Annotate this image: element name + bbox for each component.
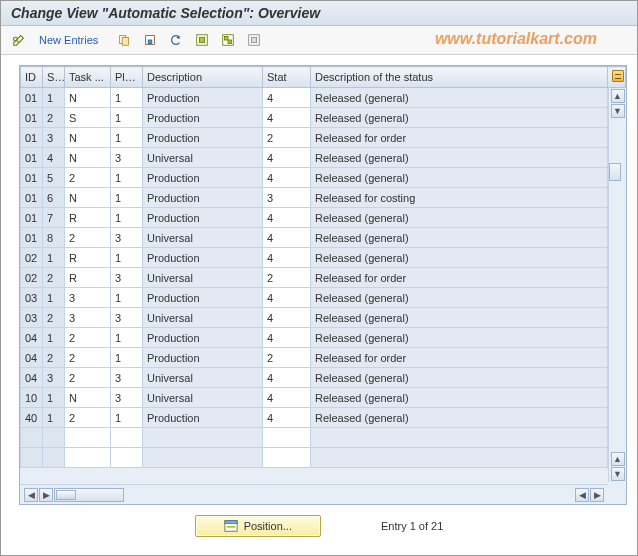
cell-task[interactable]: N: [65, 388, 111, 408]
cell-task[interactable]: 3: [65, 308, 111, 328]
cell-stat[interactable]: 4: [263, 288, 311, 308]
table-row[interactable]: 014N3Universal4Released (general): [21, 148, 626, 168]
select-all-icon[interactable]: [192, 30, 212, 50]
hscroll-right2-icon[interactable]: ▶: [590, 488, 604, 502]
cell-stat[interactable]: 4: [263, 168, 311, 188]
cell-id[interactable]: 04: [21, 328, 43, 348]
cell-id[interactable]: 01: [21, 148, 43, 168]
position-button[interactable]: Position...: [195, 515, 321, 537]
cell-task[interactable]: 2: [65, 368, 111, 388]
copy-as-icon[interactable]: [114, 30, 134, 50]
cell-sp[interactable]: 1: [43, 408, 65, 428]
cell-sp[interactable]: 1: [43, 248, 65, 268]
cell-sp[interactable]: 1: [43, 328, 65, 348]
scroll-down-arrow-icon[interactable]: ▼: [611, 467, 625, 481]
table-row[interactable]: 013N1Production2Released for order: [21, 128, 626, 148]
cell-task[interactable]: 2: [65, 348, 111, 368]
cell-stat[interactable]: 4: [263, 108, 311, 128]
cell-stat[interactable]: 4: [263, 248, 311, 268]
cell-sp[interactable]: 6: [43, 188, 65, 208]
hscroll-track-left[interactable]: [54, 488, 124, 502]
table-row[interactable]: 04121Production4Released (general): [21, 328, 626, 348]
table-row[interactable]: 03233Universal4Released (general): [21, 308, 626, 328]
cell-stat[interactable]: 4: [263, 388, 311, 408]
cell-sp[interactable]: 3: [43, 128, 65, 148]
cell-task[interactable]: S: [65, 108, 111, 128]
cell-sp[interactable]: 1: [43, 388, 65, 408]
table-row[interactable]: 012S1Production4Released (general): [21, 108, 626, 128]
col-header-sdesc[interactable]: Description of the status: [311, 67, 608, 88]
cell-sp[interactable]: 5: [43, 168, 65, 188]
cell-stat[interactable]: 4: [263, 308, 311, 328]
table-row[interactable]: 011N1Production4Released (general): [21, 88, 626, 108]
cell-stat[interactable]: 2: [263, 268, 311, 288]
col-header-stat[interactable]: Stat: [263, 67, 311, 88]
cell-sp[interactable]: 1: [43, 288, 65, 308]
cell-plan[interactable]: 1: [111, 168, 143, 188]
col-header-id[interactable]: ID: [21, 67, 43, 88]
hscroll-left-icon[interactable]: ◀: [24, 488, 38, 502]
cell-task[interactable]: 2: [65, 228, 111, 248]
cell-task[interactable]: R: [65, 268, 111, 288]
cell-id[interactable]: 01: [21, 168, 43, 188]
cell-stat[interactable]: 4: [263, 208, 311, 228]
cell-stat[interactable]: 4: [263, 228, 311, 248]
cell-stat[interactable]: 4: [263, 408, 311, 428]
cell-id[interactable]: 04: [21, 348, 43, 368]
cell-id[interactable]: 02: [21, 268, 43, 288]
cell-id[interactable]: 01: [21, 108, 43, 128]
cell-sp[interactable]: 2: [43, 308, 65, 328]
cell-plan[interactable]: 3: [111, 148, 143, 168]
col-header-desc[interactable]: Description: [143, 67, 263, 88]
cell-task[interactable]: 2: [65, 408, 111, 428]
cell-task[interactable]: R: [65, 208, 111, 228]
cell-stat[interactable]: 4: [263, 148, 311, 168]
cell-plan[interactable]: 3: [111, 268, 143, 288]
cell-sp[interactable]: 2: [43, 268, 65, 288]
cell-plan[interactable]: 1: [111, 88, 143, 108]
vertical-scrollbar[interactable]: ▲ ▼ ▲ ▼: [608, 88, 626, 482]
table-row[interactable]: 016N1Production3Released for costing: [21, 188, 626, 208]
cell-plan[interactable]: 3: [111, 308, 143, 328]
table-row[interactable]: 017R1Production4Released (general): [21, 208, 626, 228]
cell-plan[interactable]: 3: [111, 388, 143, 408]
cell-task[interactable]: N: [65, 88, 111, 108]
cell-id[interactable]: 02: [21, 248, 43, 268]
cell-plan[interactable]: 3: [111, 228, 143, 248]
cell-task[interactable]: N: [65, 148, 111, 168]
cell-stat[interactable]: 3: [263, 188, 311, 208]
cell-sp[interactable]: 8: [43, 228, 65, 248]
cell-stat[interactable]: 2: [263, 348, 311, 368]
table-row[interactable]: 04323Universal4Released (general): [21, 368, 626, 388]
table-row[interactable]: 022R3Universal2Released for order: [21, 268, 626, 288]
cell-id[interactable]: 01: [21, 208, 43, 228]
cell-id[interactable]: 03: [21, 308, 43, 328]
table-row[interactable]: 021R1Production4Released (general): [21, 248, 626, 268]
cell-id[interactable]: 40: [21, 408, 43, 428]
table-row[interactable]: 101N3Universal4Released (general): [21, 388, 626, 408]
table-row[interactable]: 01521Production4Released (general): [21, 168, 626, 188]
cell-sp[interactable]: 3: [43, 368, 65, 388]
cell-id[interactable]: 01: [21, 88, 43, 108]
cell-task[interactable]: 2: [65, 168, 111, 188]
col-header-plan[interactable]: Pla...: [111, 67, 143, 88]
cell-task[interactable]: R: [65, 248, 111, 268]
cell-sp[interactable]: 7: [43, 208, 65, 228]
table-row[interactable]: 40121Production4Released (general): [21, 408, 626, 428]
scroll-up-arrow-icon[interactable]: ▲: [611, 89, 625, 103]
toggle-display-change-icon[interactable]: [9, 30, 29, 50]
cell-task[interactable]: 2: [65, 328, 111, 348]
cell-sp[interactable]: 2: [43, 348, 65, 368]
cell-task[interactable]: 3: [65, 288, 111, 308]
delete-icon[interactable]: [140, 30, 160, 50]
undo-icon[interactable]: [166, 30, 186, 50]
cell-plan[interactable]: 1: [111, 188, 143, 208]
configure-columns-button[interactable]: [608, 67, 626, 88]
new-entries-button[interactable]: New Entries: [35, 32, 102, 48]
cell-plan[interactable]: 1: [111, 328, 143, 348]
cell-task[interactable]: N: [65, 128, 111, 148]
scroll-up-step-icon[interactable]: ▲: [611, 452, 625, 466]
cell-task[interactable]: N: [65, 188, 111, 208]
cell-stat[interactable]: 2: [263, 128, 311, 148]
select-block-icon[interactable]: [218, 30, 238, 50]
